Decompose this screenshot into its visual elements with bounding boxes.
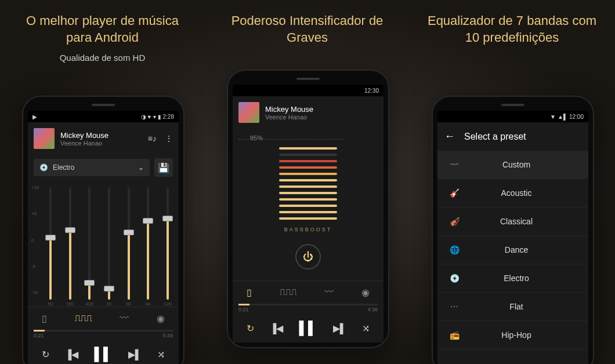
- preset-label: Hip-Hop: [456, 330, 577, 340]
- preset-label: Electro: [456, 274, 577, 283]
- pause-button[interactable]: ▌▌: [94, 347, 112, 362]
- shuffle-button[interactable]: ⤨: [362, 323, 370, 334]
- preset-item-hip-hop[interactable]: 📻Hip-Hop: [437, 321, 588, 350]
- tab-wave[interactable]: 〰: [324, 287, 334, 298]
- status-bar: 12:30: [233, 85, 384, 96]
- track-title: Mickey Mouse: [60, 131, 142, 140]
- pane3-title: Equalizador de 7 bandas com 10 predefini…: [410, 13, 614, 46]
- track-artist: Veence Hanao: [60, 140, 142, 147]
- chevron-down-icon: ⌄: [138, 163, 144, 172]
- eq-slider-3K[interactable]: 3K: [120, 184, 138, 307]
- tab-circle[interactable]: ◉: [157, 313, 165, 324]
- back-button[interactable]: ←: [444, 130, 455, 143]
- preset-item-classical[interactable]: 🎻Classical: [437, 208, 588, 236]
- playlist-icon[interactable]: ≡♪: [148, 134, 157, 143]
- prev-button[interactable]: ▐◀: [65, 349, 78, 360]
- preset-header-title: Select a preset: [464, 132, 526, 142]
- power-button[interactable]: ⏻: [295, 244, 321, 270]
- preset-label: Dance: [456, 245, 577, 254]
- tab-speaker[interactable]: ▯: [42, 313, 47, 324]
- preset-item-flat[interactable]: ⋯Flat: [437, 293, 588, 321]
- status-bar: ▼▲▌ 12:00: [437, 111, 588, 122]
- tab-equalizer[interactable]: ⎍⎍⎍: [75, 313, 92, 324]
- prev-button[interactable]: ▐◀: [270, 323, 283, 334]
- eq-slider-150[interactable]: 150: [62, 184, 79, 307]
- tab-bar: ▯ ⎍⎍⎍ 〰 ◉: [28, 307, 179, 330]
- bass-percent: 85%: [250, 134, 263, 141]
- next-button[interactable]: ▶▌: [128, 349, 142, 360]
- eq-slider-6K[interactable]: 6K: [140, 184, 157, 307]
- now-playing-bar[interactable]: Mickey Mouse Veence Hanao: [233, 96, 384, 129]
- next-button[interactable]: ▶▌: [333, 323, 346, 334]
- preset-item-custom[interactable]: 〰Custom: [437, 151, 588, 179]
- playback-controls: ↻ ▐◀ ▌▌ ▶▌ ⤨: [233, 314, 384, 343]
- tab-speaker[interactable]: ▯: [247, 287, 252, 298]
- track-artist: Veence Hanao: [265, 114, 378, 121]
- preset-label: Flat: [456, 302, 577, 311]
- repeat-button[interactable]: ↻: [247, 323, 254, 334]
- status-bar: ▶ ◑♥▾▮ 2:28: [28, 111, 179, 122]
- preset-item-electro[interactable]: 💿Electro: [437, 264, 588, 293]
- now-playing-bar[interactable]: Mickey Mouse Veence Hanao ≡♪ ⋮: [28, 122, 179, 155]
- repeat-button[interactable]: ↻: [42, 349, 49, 360]
- phone-frame: ▼▲▌ 12:00 ← Select a preset 〰Custom🎸Acou…: [432, 96, 594, 364]
- bass-boost-area: 85% BASSBOOST ⏻: [233, 129, 384, 281]
- tab-bar: ▯ ⎍⎍⎍ 〰 ◉: [233, 281, 384, 304]
- preset-label: Custom: [456, 160, 577, 169]
- track-title: Mickey Mouse: [265, 105, 378, 114]
- shuffle-button[interactable]: ⤨: [157, 349, 165, 360]
- preset-label: Classical: [456, 217, 577, 226]
- progress-bar[interactable]: [34, 330, 173, 332]
- album-art: [34, 128, 55, 149]
- preset-label: Acoustic: [456, 188, 577, 198]
- tab-circle[interactable]: ◉: [361, 287, 370, 298]
- phone-frame: 12:30 Mickey Mouse Veence Hanao 85% BASS…: [227, 70, 389, 348]
- progress-bar[interactable]: [238, 304, 378, 305]
- eq-slider-12K[interactable]: 12K: [159, 184, 176, 307]
- pane1-title: O melhor player de música para Android: [0, 13, 205, 46]
- preset-list: 〰Custom🎸Acoustic🎻Classical🌐Dance💿Electro…: [437, 151, 588, 364]
- phone-frame: ▶ ◑♥▾▮ 2:28 Mickey Mouse Veence Hanao ≡♪…: [22, 96, 184, 364]
- pane2-title: Poderoso Intensificador de Graves: [205, 13, 410, 46]
- tab-wave[interactable]: 〰: [120, 313, 129, 324]
- bass-label: BASSBOOST: [284, 227, 332, 232]
- eq-slider-1K[interactable]: 1K: [100, 184, 118, 307]
- more-icon[interactable]: ⋮: [165, 134, 173, 143]
- pane1-subtitle: Qualidade de som HD: [60, 53, 146, 63]
- eq-slider-400[interactable]: 400: [81, 184, 98, 307]
- preset-dropdown[interactable]: 💿 Electro ⌄: [34, 159, 150, 176]
- disc-icon: 💿: [39, 163, 48, 172]
- pause-button[interactable]: ▌▌: [299, 321, 317, 336]
- album-art: [238, 102, 259, 123]
- save-button[interactable]: 💾: [154, 158, 173, 177]
- tab-equalizer[interactable]: ⎍⎍⎍: [280, 287, 297, 298]
- eq-slider-50[interactable]: 50: [42, 184, 59, 307]
- preset-header: ← Select a preset: [437, 122, 588, 151]
- preset-item-dance[interactable]: 🌐Dance: [437, 236, 588, 264]
- preset-item-acoustic[interactable]: 🎸Acoustic: [437, 179, 588, 208]
- bass-meter[interactable]: [279, 147, 337, 220]
- equalizer: +16+80-8-16 501504001K3K6K12K: [28, 180, 179, 307]
- save-icon: 💾: [158, 162, 169, 173]
- playback-controls: ↻ ▐◀ ▌▌ ▶▌ ⤨: [28, 340, 179, 364]
